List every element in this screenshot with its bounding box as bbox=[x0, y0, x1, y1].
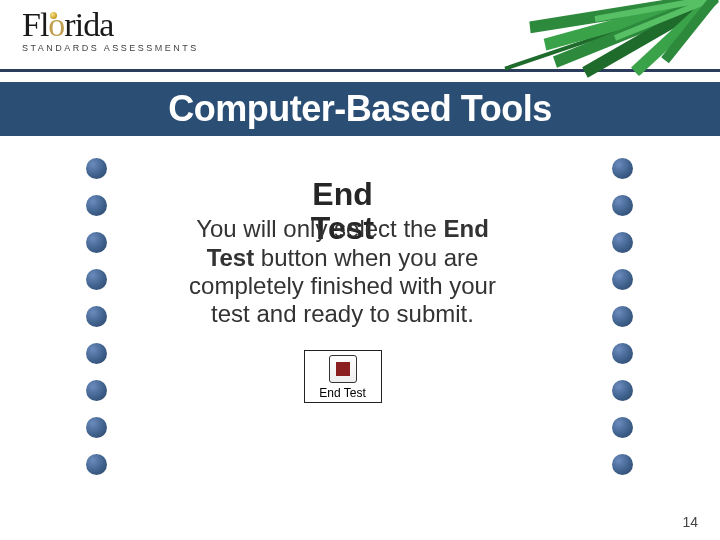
bullet-dot bbox=[612, 269, 633, 290]
page-number: 14 bbox=[682, 514, 698, 530]
bullet-dot bbox=[86, 158, 107, 179]
bullet-dot bbox=[86, 343, 107, 364]
content-block: End Test You will only select the End Te… bbox=[185, 178, 500, 403]
logo-wordmark: Florida bbox=[22, 8, 199, 42]
logo-subtitle: Standards Assessments bbox=[22, 44, 199, 53]
bullet-dot bbox=[86, 232, 107, 253]
bullet-dot bbox=[612, 454, 633, 475]
bullet-dot bbox=[612, 343, 633, 364]
end-test-icon-frame bbox=[329, 355, 357, 383]
bullet-dot bbox=[86, 454, 107, 475]
bullet-dot bbox=[612, 380, 633, 401]
bullet-dot bbox=[612, 417, 633, 438]
palm-leaf-decoration bbox=[465, 0, 720, 85]
bullet-dot bbox=[612, 195, 633, 216]
body-text-pre: You will only select the bbox=[196, 215, 443, 242]
stop-icon bbox=[336, 362, 350, 376]
bullet-dot bbox=[86, 306, 107, 327]
bullet-dot bbox=[86, 380, 107, 401]
heading-line-1: End bbox=[312, 176, 372, 212]
slide-title: Computer-Based Tools bbox=[168, 88, 551, 130]
logo-text-pre: Fl bbox=[22, 6, 48, 43]
bullet-dot bbox=[86, 417, 107, 438]
logo-text-post: rida bbox=[64, 6, 113, 43]
content-paragraph: You will only select the End Test button… bbox=[185, 215, 500, 328]
bullet-dot bbox=[612, 232, 633, 253]
bullet-dot bbox=[612, 158, 633, 179]
bullet-dot bbox=[86, 195, 107, 216]
bullet-column-left bbox=[86, 158, 107, 475]
bullet-column-right bbox=[612, 158, 633, 475]
end-test-button-label: End Test bbox=[309, 386, 377, 400]
title-bar: Computer-Based Tools bbox=[0, 82, 720, 136]
header: Florida Standards Assessments bbox=[0, 0, 720, 72]
end-test-button[interactable]: End Test bbox=[304, 350, 382, 403]
logo-sun-icon: o bbox=[48, 8, 64, 42]
slide: Florida Standards Assessments bbox=[0, 0, 720, 540]
bullet-dot bbox=[612, 306, 633, 327]
logo: Florida Standards Assessments bbox=[22, 8, 199, 53]
bullet-dot bbox=[86, 269, 107, 290]
